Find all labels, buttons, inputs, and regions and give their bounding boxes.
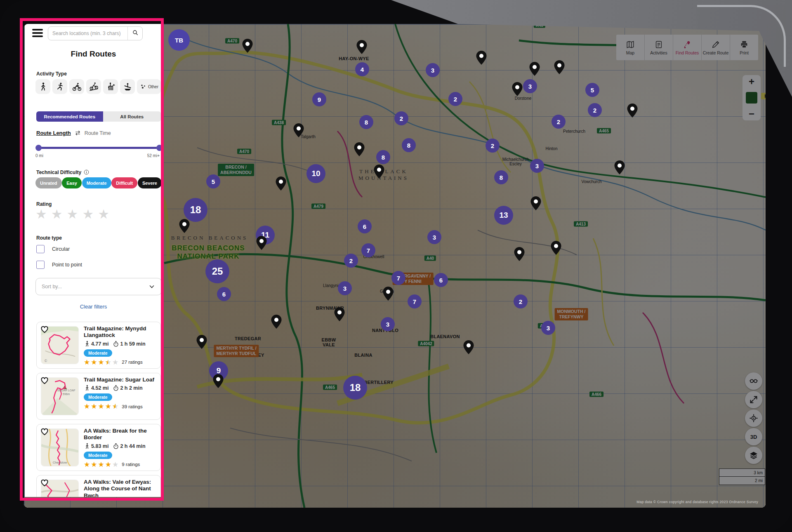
route-cluster-marker[interactable]: 9	[312, 92, 326, 106]
route-cluster-marker[interactable]: 7	[391, 271, 405, 285]
avatar[interactable]: TB	[168, 29, 190, 51]
route-pin-marker[interactable]	[334, 307, 345, 321]
tab-recommended-routes[interactable]: Recommended Routes	[36, 111, 103, 122]
route-cluster-marker[interactable]: 4	[355, 62, 369, 76]
route-pin-marker[interactable]	[614, 160, 625, 174]
route-pin-marker[interactable]	[627, 104, 638, 118]
route-cluster-marker[interactable]: 3	[427, 230, 441, 244]
circular-checkbox[interactable]	[36, 245, 45, 253]
route-pin-marker[interactable]	[476, 51, 487, 65]
tab-all-routes[interactable]: All Routes	[103, 111, 161, 122]
route-cluster-marker[interactable]: 6	[358, 219, 372, 233]
route-pin-marker[interactable]	[551, 241, 561, 255]
activity-horse-riding-button[interactable]	[103, 79, 118, 94]
route-cluster-marker[interactable]: 5	[206, 174, 220, 188]
route-cluster-marker[interactable]: 3	[541, 321, 555, 335]
search-button[interactable]	[127, 27, 142, 40]
route-pin-marker[interactable]	[213, 374, 224, 388]
route-pin-marker[interactable]	[529, 62, 540, 76]
route-cluster-marker[interactable]: 3	[530, 159, 544, 173]
route-pin-marker[interactable]	[276, 177, 286, 191]
route-pin-marker[interactable]	[356, 40, 367, 54]
difficulty-easy-pill[interactable]: Easy	[62, 177, 82, 188]
activity-mountain-biking-button[interactable]	[86, 79, 101, 94]
route-cluster-marker[interactable]: 8	[494, 170, 508, 184]
route-cluster-marker[interactable]: 3	[523, 79, 537, 93]
route-pin-marker[interactable]	[374, 165, 384, 179]
route-cluster-marker[interactable]: 18	[184, 198, 207, 222]
route-pin-marker[interactable]	[463, 340, 474, 354]
route-pin-marker[interactable]	[271, 315, 282, 329]
route-cluster-marker[interactable]: 8	[359, 115, 373, 129]
route-pin-marker[interactable]	[354, 142, 365, 156]
activity-other-icon	[139, 83, 147, 90]
info-icon[interactable]	[83, 169, 90, 175]
route-cluster-marker[interactable]: 2	[514, 294, 528, 308]
route-cluster-marker[interactable]: 10	[306, 164, 325, 183]
route-pin-marker[interactable]	[256, 236, 267, 250]
route-card[interactable]: AA Walks: Vale of Ewyas: Along the Cours…	[36, 475, 161, 497]
route-cluster-marker[interactable]: 3	[381, 317, 395, 331]
checkbox-circular[interactable]: Circular	[36, 245, 70, 253]
clear-filters-link[interactable]: Clear filters	[25, 304, 162, 310]
menu-icon[interactable]	[32, 29, 43, 37]
route-pin-marker[interactable]	[293, 123, 304, 137]
favorite-heart-icon[interactable]	[39, 324, 50, 334]
activity-other-button[interactable]: Other	[137, 79, 161, 94]
route-pin-marker[interactable]	[242, 39, 253, 53]
favorite-heart-icon[interactable]	[39, 477, 50, 488]
route-pin-marker[interactable]	[512, 82, 523, 96]
length-slider-max-handle[interactable]	[156, 145, 162, 151]
route-cluster-marker[interactable]: 7	[361, 243, 375, 257]
route-pin-marker[interactable]	[196, 335, 207, 349]
difficulty-unrated-pill[interactable]: Unrated	[35, 177, 62, 188]
length-slider-min-handle[interactable]	[35, 145, 42, 151]
route-cluster-marker[interactable]: 3	[338, 281, 352, 295]
difficulty-severe-pill[interactable]: Severe	[138, 177, 162, 188]
route-cluster-marker[interactable]: 8	[402, 138, 416, 152]
route-cluster-marker[interactable]: 2	[588, 103, 602, 117]
search-input[interactable]	[48, 31, 127, 36]
route-cluster-marker[interactable]: 2	[448, 92, 462, 106]
route-pin-marker[interactable]	[383, 287, 394, 301]
sort-dropdown[interactable]: Sort by...	[35, 278, 162, 295]
route-cluster-marker[interactable]: 2	[552, 115, 566, 129]
difficulty-moderate-pill[interactable]: Moderate	[82, 177, 111, 188]
rating-filter-stars[interactable]: ★★★★★	[35, 208, 109, 221]
star-icon: ★	[98, 359, 104, 366]
route-time-toggle[interactable]: Route Time	[85, 130, 111, 136]
favorite-heart-icon[interactable]	[39, 375, 50, 386]
length-slider-track[interactable]	[37, 147, 161, 149]
route-rating: ★★★★★9 ratings	[84, 461, 159, 468]
route-pin-marker[interactable]	[530, 196, 541, 210]
activity-walking-button[interactable]	[35, 79, 50, 94]
route-length-toggle[interactable]: Route Length	[36, 130, 71, 136]
difficulty-difficult-pill[interactable]: Difficult	[111, 177, 137, 188]
route-cluster-marker[interactable]: 25	[205, 259, 229, 283]
route-cluster-marker[interactable]: 8	[376, 150, 390, 164]
route-cluster-marker[interactable]: 7	[408, 294, 422, 308]
circular-label: Circular	[52, 246, 70, 252]
route-card[interactable]: © Trail Magazine: Mynydd Llangattock 4.7…	[36, 322, 161, 369]
route-cluster-marker[interactable]: 6	[434, 273, 448, 287]
route-cluster-marker[interactable]: 2	[486, 139, 500, 153]
route-cluster-marker[interactable]: 13	[494, 206, 513, 225]
route-cluster-marker[interactable]: 18	[343, 376, 367, 400]
route-cluster-marker[interactable]: 2	[394, 111, 408, 125]
route-type-label: Route type	[36, 235, 62, 241]
route-cluster-marker[interactable]: 2	[344, 254, 358, 268]
activity-cycling-button[interactable]	[69, 79, 84, 94]
route-cluster-marker[interactable]: 5	[585, 83, 599, 97]
activity-running-button[interactable]	[52, 79, 67, 94]
point-to-point-checkbox[interactable]	[36, 261, 45, 269]
route-cluster-marker[interactable]: 6	[217, 287, 231, 301]
route-pin-marker[interactable]	[514, 247, 525, 261]
route-card[interactable]: Chepstow AA Walks: Break for the Border …	[36, 424, 161, 471]
route-pin-marker[interactable]	[554, 60, 565, 74]
checkbox-point-to-point[interactable]: Point to point	[36, 261, 82, 269]
favorite-heart-icon[interactable]	[39, 426, 50, 437]
route-cluster-marker[interactable]: 3	[426, 63, 440, 77]
route-card[interactable]: SUGAR LOAF596m Trail Magazine: Sugar Loa…	[36, 373, 161, 420]
activity-paddling-button[interactable]	[120, 79, 135, 94]
route-pin-marker[interactable]	[179, 219, 190, 233]
